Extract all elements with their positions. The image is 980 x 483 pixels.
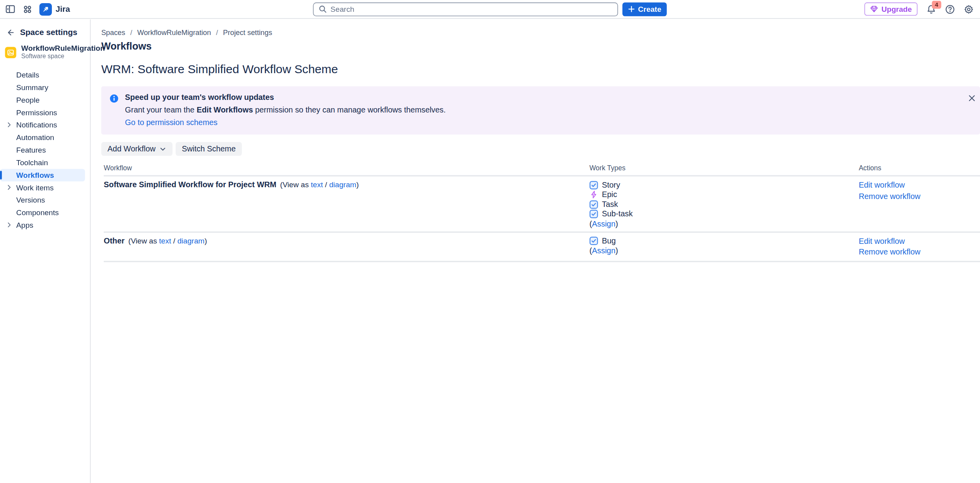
actions-cell: Edit workflow Remove workflow — [859, 236, 980, 258]
space-avatar-icon — [5, 46, 17, 58]
switch-scheme-button[interactable]: Switch Scheme — [176, 142, 242, 156]
sidebar-item-automation[interactable]: Automation — [0, 131, 90, 144]
upgrade-button[interactable]: Upgrade — [864, 2, 918, 15]
table-header-row: Workflow Work Types Actions — [104, 164, 980, 177]
search-icon — [319, 5, 327, 13]
work-type-sub-task: Sub-task — [589, 209, 859, 219]
chevron-down-icon — [159, 146, 166, 152]
sidebar-item-notifications[interactable]: Notifications — [0, 119, 90, 131]
view-as-options: (View as text / diagram) — [128, 236, 207, 245]
epic-lightning-icon — [589, 190, 598, 199]
info-banner: Speed up your team's workflow updates Gr… — [101, 86, 980, 134]
space-name: WorkflowRuleMigration — [21, 44, 105, 53]
space-settings-sidebar: Space settings WorkflowRuleMigration Sof… — [0, 19, 91, 483]
banner-title: Speed up your team's workflow updates — [125, 93, 961, 103]
plus-icon — [628, 6, 635, 12]
breadcrumb-separator: / — [216, 29, 218, 36]
breadcrumb-separator: / — [130, 29, 132, 36]
app-switcher-icon[interactable] — [22, 4, 32, 14]
actions-cell: Edit workflow Remove workflow — [859, 180, 980, 229]
view-as-diagram-link[interactable]: diagram — [177, 236, 204, 245]
assign-link[interactable]: Assign — [592, 219, 616, 228]
banner-body: Grant your team the Edit Workflows permi… — [125, 106, 961, 115]
column-header-work-types: Work Types — [589, 164, 859, 171]
view-as-text-link[interactable]: text — [311, 180, 323, 189]
work-types-cell: Bug (Assign) — [589, 236, 859, 258]
edit-workflow-link[interactable]: Edit workflow — [859, 236, 980, 247]
sidebar-item-work-items[interactable]: Work items — [0, 181, 90, 194]
workflow-name: Other — [104, 236, 125, 245]
column-header-actions: Actions — [859, 164, 980, 171]
chevron-right-icon — [6, 221, 12, 230]
sidebar-title: Space settings — [20, 28, 77, 37]
back-arrow-icon[interactable] — [6, 28, 14, 37]
app-name: Jira — [56, 4, 70, 14]
workflow-toolbar: Add Workflow Switch Scheme — [101, 142, 980, 156]
jira-home-link[interactable]: Jira — [39, 3, 70, 15]
sidebar-item-workflows[interactable]: Workflows — [0, 169, 85, 181]
sidebar-toggle-icon[interactable] — [5, 4, 16, 15]
create-button[interactable]: Create — [622, 2, 667, 16]
breadcrumb-project-settings[interactable]: Project settings — [223, 29, 272, 36]
sidebar-item-versions[interactable]: Versions — [0, 194, 90, 206]
workflows-table: Workflow Work Types Actions Software Sim… — [104, 164, 980, 262]
assign-link[interactable]: Assign — [592, 246, 616, 255]
page-title: Workflows — [101, 41, 980, 52]
table-row: Software Simplified Workflow for Project… — [104, 177, 980, 232]
notification-count-badge: 4 — [932, 0, 941, 9]
workflow-name: Software Simplified Workflow for Project… — [104, 180, 276, 189]
breadcrumb-spaces[interactable]: Spaces — [101, 29, 125, 36]
view-as-diagram-link[interactable]: diagram — [329, 180, 356, 189]
main-content: Spaces / WorkflowRuleMigration / Project… — [91, 19, 980, 483]
gem-icon — [870, 5, 879, 13]
assign-line: (Assign) — [589, 219, 859, 229]
close-icon[interactable] — [967, 93, 977, 105]
sidebar-nav: Details Summary People Permissions Notif… — [0, 69, 90, 232]
bug-check-icon — [589, 237, 598, 245]
sidebar-item-components[interactable]: Components — [0, 206, 90, 219]
remove-workflow-link[interactable]: Remove workflow — [859, 191, 980, 202]
notifications-bell-icon[interactable]: 4 — [926, 4, 936, 14]
remove-workflow-link[interactable]: Remove workflow — [859, 247, 980, 258]
chevron-right-icon — [6, 122, 12, 130]
workflow-scheme-title: WRM: Software Simplified Workflow Scheme — [101, 63, 980, 76]
work-type-bug: Bug — [589, 236, 859, 246]
assign-line: (Assign) — [589, 246, 859, 256]
help-icon[interactable] — [945, 4, 955, 14]
view-as-options: (View as text / diagram) — [280, 180, 359, 189]
add-workflow-button[interactable]: Add Workflow — [101, 142, 173, 156]
search-bar[interactable] — [313, 2, 618, 16]
sidebar-item-details[interactable]: Details — [0, 69, 90, 81]
work-type-epic: Epic — [589, 190, 859, 200]
search-input[interactable] — [330, 5, 612, 13]
sidebar-item-toolchain[interactable]: Toolchain — [0, 157, 90, 169]
chevron-right-icon — [6, 184, 12, 193]
story-check-icon — [589, 181, 598, 189]
jira-app-window: Jira Create Upgrade — [0, 0, 980, 483]
work-type-story: Story — [589, 180, 859, 190]
edit-workflow-link[interactable]: Edit workflow — [859, 180, 980, 191]
settings-gear-icon[interactable] — [964, 4, 974, 14]
space-card: WorkflowRuleMigration Software space — [0, 37, 90, 60]
breadcrumb-project[interactable]: WorkflowRuleMigration — [137, 29, 211, 36]
column-header-workflow: Workflow — [104, 164, 589, 171]
breadcrumb: Spaces / WorkflowRuleMigration / Project… — [101, 29, 980, 36]
sidebar-item-summary[interactable]: Summary — [0, 81, 90, 94]
sidebar-item-people[interactable]: People — [0, 94, 90, 107]
sidebar-item-permissions[interactable]: Permissions — [0, 106, 90, 119]
info-icon — [109, 94, 119, 106]
permission-schemes-link[interactable]: Go to permission schemes — [125, 118, 217, 128]
top-navigation-bar: Jira Create Upgrade — [0, 0, 980, 19]
sidebar-item-apps[interactable]: Apps — [0, 219, 90, 232]
work-types-cell: Story Epic Task Sub-task (Assign) — [589, 180, 859, 229]
table-row: Other(View as text / diagram) Bug (Assig… — [104, 232, 980, 262]
space-type: Software space — [21, 53, 105, 60]
work-type-task: Task — [589, 199, 859, 209]
subtask-check-icon — [589, 210, 598, 218]
task-check-icon — [589, 200, 598, 209]
jira-logo-icon — [39, 3, 52, 15]
sidebar-item-features[interactable]: Features — [0, 144, 90, 157]
create-button-label: Create — [638, 5, 661, 13]
upgrade-button-label: Upgrade — [881, 5, 912, 13]
view-as-text-link[interactable]: text — [159, 236, 171, 245]
